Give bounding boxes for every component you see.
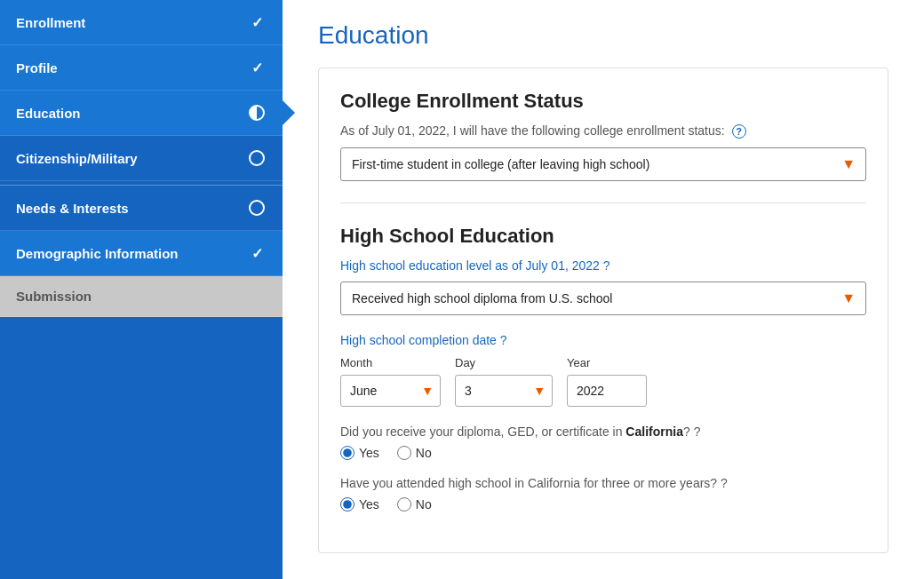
half-icon-education bbox=[247, 103, 267, 123]
completion-date-help-icon[interactable]: ? bbox=[500, 333, 507, 347]
sidebar-item-enrollment[interactable]: Enrollment bbox=[0, 0, 283, 45]
hs-level-select[interactable]: Received high school diploma from U.S. s… bbox=[340, 282, 866, 315]
diploma-question-text: Did you receive your diploma, GED, or ce… bbox=[340, 424, 866, 439]
attended-yes-label[interactable]: Yes bbox=[340, 497, 379, 512]
day-field: Day 3 ▼ bbox=[455, 356, 553, 407]
hs-section-title: High School Education bbox=[340, 225, 866, 248]
sidebar-item-label-enrollment: Enrollment bbox=[16, 15, 85, 30]
year-label: Year bbox=[567, 356, 647, 369]
completion-date-label: High school completion date ? bbox=[340, 333, 866, 347]
diploma-yes-label[interactable]: Yes bbox=[340, 446, 379, 460]
sidebar-item-label-citizenship: Citizenship/Military bbox=[16, 151, 138, 166]
diploma-radio-group: Yes No bbox=[340, 446, 866, 460]
sidebar-item-label-demographic: Demographic Information bbox=[16, 246, 179, 261]
diploma-yes-radio[interactable] bbox=[340, 446, 354, 460]
month-select[interactable]: JanuaryFebruaryMarch AprilMayJune JulyAu… bbox=[340, 375, 441, 407]
college-enrollment-title: College Enrollment Status bbox=[340, 90, 866, 113]
attended-yes-text: Yes bbox=[359, 497, 379, 512]
attended-radio-group: Yes No bbox=[340, 497, 866, 512]
sidebar-item-label-profile: Profile bbox=[16, 60, 58, 75]
date-row: Month JanuaryFebruaryMarch AprilMayJune … bbox=[340, 356, 866, 407]
diploma-no-label[interactable]: No bbox=[397, 446, 432, 460]
hs-level-help-icon[interactable]: ? bbox=[603, 258, 610, 273]
circle-icon-needs bbox=[247, 198, 267, 218]
sidebar-item-education[interactable]: Education bbox=[0, 91, 283, 136]
check-icon-demographic bbox=[247, 243, 267, 263]
sidebar-item-label-needs: Needs & Interests bbox=[16, 201, 129, 216]
sidebar: Enrollment Profile Education Citizenship… bbox=[0, 0, 283, 579]
month-field: Month JanuaryFebruaryMarch AprilMayJune … bbox=[340, 356, 441, 407]
attended-question-text: Have you attended high school in Califor… bbox=[340, 476, 866, 490]
day-select-wrapper: 3 ▼ bbox=[455, 375, 553, 407]
diploma-no-text: No bbox=[416, 446, 432, 460]
attended-help-icon[interactable]: ? bbox=[721, 476, 728, 490]
hs-level-label: High school education level as of July 0… bbox=[340, 258, 866, 273]
sidebar-item-label-education: Education bbox=[16, 106, 81, 121]
hs-level-select-wrapper: Received high school diploma from U.S. s… bbox=[340, 282, 866, 315]
check-icon-enrollment bbox=[247, 12, 267, 32]
page-title: Education bbox=[318, 21, 888, 50]
college-enrollment-section: College Enrollment Status As of July 01,… bbox=[340, 90, 866, 181]
sidebar-item-needs[interactable]: Needs & Interests bbox=[0, 185, 283, 231]
month-label: Month bbox=[340, 356, 441, 369]
enrollment-field-label: As of July 01, 2022, I will have the fol… bbox=[340, 123, 866, 139]
sidebar-item-submission[interactable]: Submission bbox=[0, 276, 283, 317]
month-select-wrapper: JanuaryFebruaryMarch AprilMayJune JulyAu… bbox=[340, 375, 441, 407]
enrollment-select-wrapper: First-time student in college (after lea… bbox=[340, 147, 866, 181]
enrollment-help-icon[interactable]: ? bbox=[732, 124, 746, 139]
attended-yes-radio[interactable] bbox=[340, 497, 354, 512]
diploma-no-radio[interactable] bbox=[397, 446, 411, 460]
sidebar-item-demographic[interactable]: Demographic Information bbox=[0, 231, 283, 276]
day-label: Day bbox=[455, 356, 553, 369]
year-field: Year bbox=[567, 356, 647, 407]
education-card: College Enrollment Status As of July 01,… bbox=[318, 67, 888, 553]
day-select[interactable]: 3 bbox=[455, 375, 553, 407]
attended-no-label[interactable]: No bbox=[397, 497, 432, 512]
attended-no-radio[interactable] bbox=[397, 497, 411, 512]
enrollment-status-select[interactable]: First-time student in college (after lea… bbox=[340, 147, 866, 181]
check-icon-profile bbox=[247, 58, 267, 77]
main-content: Education College Enrollment Status As o… bbox=[283, 0, 924, 579]
diploma-yes-text: Yes bbox=[359, 446, 379, 460]
sidebar-item-label-submission: Submission bbox=[16, 289, 92, 304]
diploma-question-row: Did you receive your diploma, GED, or ce… bbox=[340, 424, 866, 460]
sidebar-item-profile[interactable]: Profile bbox=[0, 45, 283, 91]
sidebar-item-citizenship[interactable]: Citizenship/Military bbox=[0, 136, 283, 181]
year-input[interactable] bbox=[567, 375, 647, 407]
high-school-section: High School Education High school educat… bbox=[340, 225, 866, 512]
circle-icon-citizenship bbox=[247, 148, 267, 168]
attended-no-text: No bbox=[416, 497, 432, 512]
section-divider bbox=[340, 202, 866, 203]
diploma-help-icon[interactable]: ? bbox=[694, 424, 701, 439]
attended-question-row: Have you attended high school in Califor… bbox=[340, 476, 866, 512]
